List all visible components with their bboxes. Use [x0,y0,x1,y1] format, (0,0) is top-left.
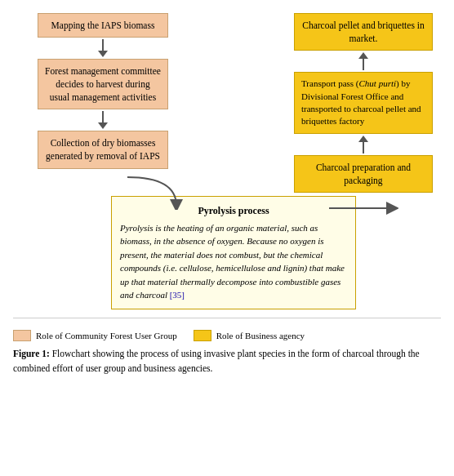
legend-salmon: Role of Community Forest User Group [13,330,177,341]
arrow-up-2 [358,136,368,153]
curved-arrow-svg [127,169,193,210]
figure-label: Figure 1: [13,349,50,358]
legend-yellow: Role of Business agency [194,330,305,341]
caption-text: Flowchart showing the process of using i… [13,349,420,373]
legend-yellow-box [194,330,211,341]
legend-salmon-label: Role of Community Forest User Group [36,331,177,340]
collection-label: Collection of dry biomasses generated by… [46,138,160,161]
mapping-label: Mapping the IAPS biomass [51,20,155,30]
arrow-2 [98,111,108,129]
legend-salmon-box [13,330,31,341]
right-arrow-svg [329,196,398,220]
charcoal-prep-box: Charcoal preparation and packaging [294,155,433,193]
transport-italic-text: Chut purti [359,78,397,88]
legend-yellow-label: Role of Business agency [216,331,305,340]
right-column: Charcoal pellet and briquettes in market… [286,13,441,220]
transport-box: Transport pass (Chut purti) by Divisiona… [294,72,433,134]
figure-caption: Figure 1: Flowchart showing the process … [13,346,441,376]
pyrolysis-body: Pyrolysis is the heating of an organic m… [120,221,347,302]
legend: Role of Community Forest User Group Role… [13,330,441,341]
left-column: Mapping the IAPS biomass Forest manageme… [13,13,193,220]
flowchart: Mapping the IAPS biomass Forest manageme… [13,13,441,309]
arrow-right-from-pyrolysis [329,196,398,220]
charcoal-market-label: Charcoal pellet and briquettes in market… [302,20,424,43]
divider [13,318,441,318]
forest-mgmt-label: Forest management committee decides to h… [45,66,161,102]
charcoal-market-box: Charcoal pellet and briquettes in market… [294,13,433,51]
arrow-up-1 [358,52,368,70]
pyrolysis-ref: [35] [170,290,185,300]
arrow-1 [98,39,108,57]
collection-box: Collection of dry biomasses generated by… [38,131,168,168]
mapping-box: Mapping the IAPS biomass [38,13,168,38]
forest-mgmt-box: Forest management committee decides to h… [38,59,168,109]
charcoal-prep-label: Charcoal preparation and packaging [316,162,411,185]
